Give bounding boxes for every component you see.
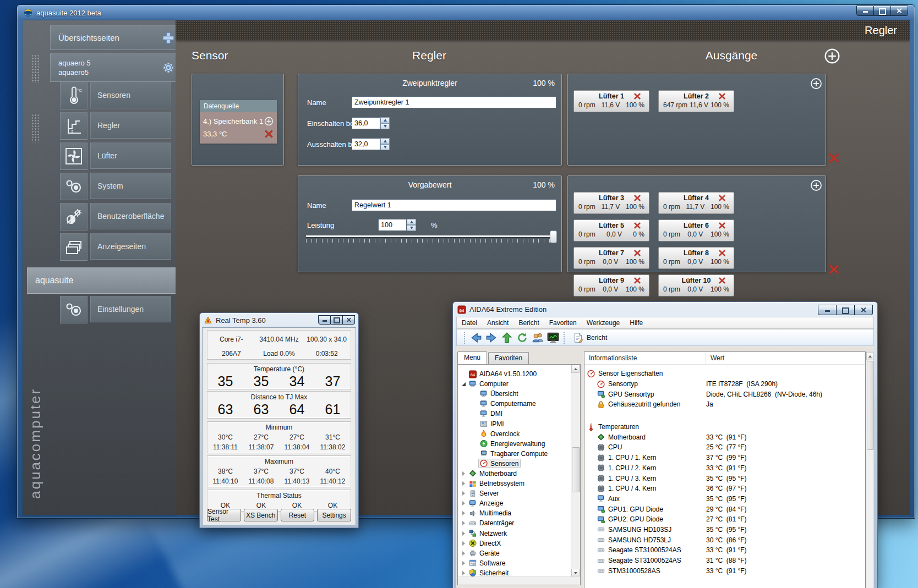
list-row-motherboard[interactable]: Motherboard33 °C (91 °F)	[584, 432, 865, 442]
menu-werkzeuge[interactable]: Werkzeuge	[582, 319, 625, 327]
tab-favoriten[interactable]: Favoriten	[488, 352, 529, 364]
fan-button-lüfter-5[interactable]: Lüfter 50 rpm0,0 V0 %	[573, 219, 649, 241]
close-button[interactable]	[855, 305, 873, 315]
delete-icon[interactable]	[633, 249, 641, 257]
xs-bench-button[interactable]: XS Bench	[244, 509, 278, 521]
refresh-icon[interactable]	[516, 331, 529, 344]
aida64-titlebar[interactable]: 64 AIDA64 Extreme Edition	[453, 302, 877, 317]
list-row-sensor-eigenschaften[interactable]: Sensor Eigenschaften	[584, 369, 865, 379]
fan-button-lüfter-7[interactable]: Lüfter 70 rpm0,0 V100 %	[573, 247, 649, 269]
fan-button-lüfter-1[interactable]: Lüfter 10 rpm11,6 V100 %	[573, 90, 649, 112]
expand-icon[interactable]	[460, 481, 467, 486]
sidebar-item-sensoren[interactable]: °CSensoren	[60, 82, 171, 108]
menu-datei[interactable]: Datei	[457, 319, 482, 327]
list-row-1-cpu-4-kern[interactable]: 1. CPU / 4. Kern36 °C (97 °F)	[584, 483, 865, 494]
maximize-button[interactable]	[331, 315, 343, 325]
tree-item-übersicht[interactable]: Übersicht	[458, 389, 571, 399]
fan-button-lüfter-4[interactable]: Lüfter 40 rpm11,7 V100 %	[658, 192, 734, 214]
sensor-test-button[interactable]: Sensor Test	[207, 509, 241, 521]
fan-button-lüfter-6[interactable]: Lüfter 60 rpm0,0 V100 %	[658, 219, 734, 241]
minimize-button[interactable]	[818, 305, 837, 315]
sidebar-item-lüfter[interactable]: Lüfter	[60, 142, 171, 169]
fan-button-lüfter-9[interactable]: Lüfter 90 rpm0,0 V100 %	[573, 274, 649, 296]
add-controller-button[interactable]	[824, 48, 840, 64]
add-page-icon[interactable]	[162, 31, 175, 45]
minimize-button[interactable]	[856, 6, 874, 16]
off-value-stepper[interactable]	[380, 138, 390, 150]
tree-item-overclock[interactable]: Overclock	[458, 429, 571, 439]
forward-icon[interactable]	[485, 331, 498, 344]
expand-icon[interactable]	[460, 511, 467, 515]
power-value-input[interactable]	[378, 219, 407, 231]
list-row-stm31000528as[interactable]: STM31000528AS33 °C (91 °F)	[584, 565, 865, 576]
off-value-input[interactable]	[352, 138, 380, 150]
tree-item-netzwerk[interactable]: Netzwerk	[458, 529, 571, 538]
sidebar-item-benutzeroberfläche[interactable]: Benutzeroberfläche	[60, 203, 171, 229]
fan-button-lüfter-8[interactable]: Lüfter 80 rpm0,0 V100 %	[658, 247, 734, 269]
tree-item-server[interactable]: Server	[458, 488, 571, 498]
delete-icon[interactable]	[718, 277, 726, 284]
tree-item-betriebssystem[interactable]: Betriebssystem	[458, 479, 571, 488]
spinner-down-icon[interactable]	[380, 123, 390, 129]
delete-icon[interactable]	[718, 194, 726, 202]
expand-icon[interactable]	[460, 531, 467, 536]
expand-icon[interactable]	[460, 551, 467, 556]
sidebar-item-system[interactable]: System	[60, 173, 171, 199]
settings-button[interactable]: Settings	[317, 509, 351, 521]
reset-button[interactable]: Reset	[281, 509, 315, 521]
sidebar-item-anzeigeseiten[interactable]: Anzeigeseiten	[60, 233, 171, 260]
list-row-seagate-st31000524as[interactable]: Seagate ST31000524AS31 °C (88 °F)	[584, 556, 865, 566]
list-row-temperaturen[interactable]: Temperaturen	[584, 422, 865, 432]
sidebar-item-einstellungen[interactable]: Einstellungen	[60, 296, 171, 322]
tree-item-anzeige[interactable]: Anzeige	[458, 498, 571, 508]
scrollbar-thumb[interactable]	[572, 447, 580, 492]
maximize-button[interactable]	[837, 305, 855, 315]
report-button[interactable]: Bericht	[568, 331, 611, 344]
delete-controller-icon[interactable]	[828, 263, 840, 275]
spinner-up-icon[interactable]	[380, 138, 390, 144]
tree-hscrollbar[interactable]	[458, 576, 580, 585]
tree-item-energieverwaltung[interactable]: Energieverwaltung	[458, 439, 571, 449]
list-row-1-cpu-1-kern[interactable]: 1. CPU / 1. Kern37 °C (99 °F)	[584, 453, 865, 463]
tree-scrollbar[interactable]	[571, 365, 580, 577]
list-scrollbar[interactable]	[866, 351, 874, 588]
tree-item-datenträger[interactable]: Datenträger	[458, 518, 571, 528]
column-informationsliste[interactable]: Informationsliste	[584, 352, 706, 364]
spinner-up-icon[interactable]	[380, 117, 390, 123]
list-row-gpu-sensortyp[interactable]: GPU SensortypDiode, CHiL CHL8266 (NV-Dio…	[584, 389, 865, 399]
back-icon[interactable]	[469, 331, 483, 344]
tree-item-computername[interactable]: Computername	[458, 399, 571, 409]
delete-icon[interactable]	[718, 92, 726, 100]
delete-icon[interactable]	[633, 194, 641, 202]
list-row-samsung-hd103sj[interactable]: SAMSUNG HD103SJ35 °C (95 °F)	[584, 525, 865, 535]
delete-controller-icon[interactable]	[828, 152, 840, 164]
column-wert[interactable]: Wert	[706, 352, 865, 364]
add-output-button[interactable]	[810, 78, 822, 90]
on-value-input[interactable]	[352, 117, 380, 129]
sidebar-item-regler[interactable]: Regler	[60, 112, 171, 139]
menu-hilfe[interactable]: Hilfe	[625, 319, 648, 327]
delete-source-icon[interactable]	[264, 129, 274, 139]
tree-item-software[interactable]: Software	[458, 558, 571, 568]
delete-icon[interactable]	[633, 222, 641, 229]
fan-button-lüfter-2[interactable]: Lüfter 2647 rpm11,6 V100 %	[658, 90, 734, 112]
delete-icon[interactable]	[718, 222, 726, 229]
list-row-cpu[interactable]: CPU25 °C (77 °F)	[584, 442, 865, 453]
power-slider-handle[interactable]	[550, 230, 557, 243]
tree-item-tragbarer-compute[interactable]: Tragbarer Compute	[458, 449, 571, 459]
delete-icon[interactable]	[633, 277, 641, 284]
tree-item-aida64-v1-50-1200[interactable]: 64AIDA64 v1.50.1200	[458, 369, 571, 379]
list-row-1-cpu-2-kern[interactable]: 1. CPU / 2. Kern33 °C (91 °F)	[584, 463, 865, 474]
tree-item-ipmi[interactable]: IPMI	[458, 419, 571, 428]
controller-name-input[interactable]	[352, 96, 556, 108]
list-row-sensortyp[interactable]: SensortypITE IT8728F (ISA 290h)	[584, 379, 865, 389]
menu-favoriten[interactable]: Favoriten	[544, 319, 582, 327]
close-button[interactable]	[343, 315, 355, 325]
delete-icon[interactable]	[633, 92, 641, 100]
maximize-button[interactable]	[874, 6, 891, 16]
minimize-button[interactable]	[318, 315, 331, 325]
tree-item-dmi[interactable]: DMI	[458, 409, 571, 419]
tree-item-computer[interactable]: Computer	[458, 379, 571, 389]
list-row-1-cpu-3-kern[interactable]: 1. CPU / 3. Kern35 °C (95 °F)	[584, 473, 865, 483]
monitor-icon[interactable]	[547, 331, 560, 344]
